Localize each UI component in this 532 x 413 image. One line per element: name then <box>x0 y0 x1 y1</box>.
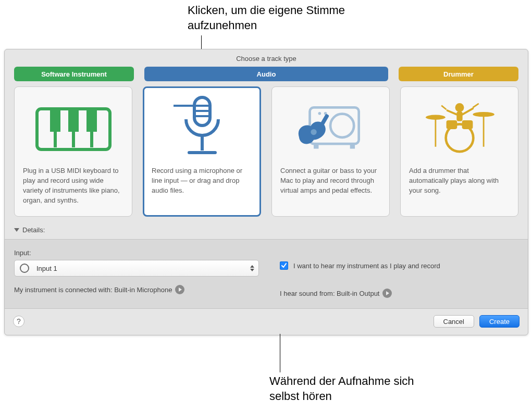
annotation-top: Klicken, um die eigene Stimme aufzunehme… <box>188 3 396 33</box>
card-row: Plug in a USB MIDI keyboard to play and … <box>5 81 528 224</box>
guitar-amp-icon <box>289 94 373 162</box>
output-arrow-icon[interactable] <box>382 289 392 298</box>
create-button[interactable]: Create <box>479 315 519 328</box>
card-guitar-desc: Connect a guitar or bass to your Mac to … <box>280 166 381 196</box>
svg-rect-5 <box>68 110 79 132</box>
monitoring-label: I want to hear my instrument as I play a… <box>293 262 440 270</box>
keyboard-icon <box>32 94 115 162</box>
svg-rect-18 <box>350 145 354 149</box>
svg-rect-26 <box>446 120 457 129</box>
help-button[interactable]: ? <box>13 316 24 327</box>
tab-drummer[interactable]: Drummer <box>399 67 518 81</box>
annotation-line-bottom <box>280 334 280 372</box>
details-left: Input: Input 1 My instrument is connecte… <box>14 249 259 298</box>
tab-audio[interactable]: Audio <box>144 67 388 81</box>
output-row: I hear sound from: Built-in Output <box>280 289 518 298</box>
mono-input-icon <box>20 264 29 273</box>
microphone-icon <box>160 94 244 162</box>
svg-rect-4 <box>50 110 60 132</box>
tab-row: Software Instrument Audio Drummer <box>5 67 528 81</box>
svg-rect-29 <box>456 111 462 121</box>
details-label: Details: <box>22 226 45 234</box>
drummer-icon <box>418 94 501 162</box>
svg-line-33 <box>473 104 478 108</box>
track-type-dialog: Choose a track type Software Instrument … <box>4 49 528 335</box>
svg-line-30 <box>447 110 456 115</box>
svg-rect-6 <box>86 110 97 132</box>
card-software-desc: Plug in a USB MIDI keyboard to play and … <box>23 166 123 205</box>
svg-line-32 <box>441 106 446 110</box>
details-panel: Input: Input 1 My instrument is connecte… <box>5 239 528 309</box>
annotation-bottom-text: Während der Aufnahme sich selbst hören <box>269 374 414 403</box>
instrument-connection-arrow-icon[interactable] <box>175 285 184 294</box>
monitoring-checkbox-row: I want to hear my instrument as I play a… <box>280 261 518 270</box>
details-toggle[interactable]: Details: <box>5 224 528 239</box>
svg-rect-17 <box>314 145 318 149</box>
card-software-instrument[interactable]: Plug in a USB MIDI keyboard to play and … <box>14 86 132 217</box>
annotation-top-text: Klicken, um die eigene Stimme aufzunehme… <box>188 4 345 32</box>
card-microphone-desc: Record using a microphone or line input … <box>152 166 252 196</box>
monitoring-checkbox[interactable] <box>280 261 288 270</box>
card-microphone[interactable]: Record using a microphone or line input … <box>143 86 261 217</box>
input-value: Input 1 <box>36 265 57 272</box>
button-bar: ? Cancel Create <box>5 309 528 335</box>
instrument-connection-row: My instrument is connected with: Built-i… <box>14 285 259 294</box>
input-label: Input: <box>14 249 259 257</box>
check-icon <box>281 262 287 269</box>
select-arrows-icon <box>250 265 254 271</box>
chevron-down-icon <box>14 228 19 232</box>
svg-point-15 <box>318 112 321 115</box>
svg-point-14 <box>330 114 354 137</box>
card-drummer-desc: Add a drummer that automatically plays a… <box>409 166 510 196</box>
svg-point-28 <box>455 103 464 112</box>
svg-line-31 <box>462 108 473 114</box>
tab-software-instrument[interactable]: Software Instrument <box>14 67 134 81</box>
card-drummer[interactable]: Add a drummer that automatically plays a… <box>400 86 518 217</box>
instrument-connection-text: My instrument is connected with: Built-i… <box>14 286 172 294</box>
annotation-bottom: Während der Aufnahme sich selbst hören <box>269 374 436 404</box>
cancel-button[interactable]: Cancel <box>434 315 474 328</box>
svg-point-19 <box>311 129 316 135</box>
dialog-title: Choose a track type <box>5 49 528 67</box>
output-text: I hear sound from: Built-in Output <box>280 290 379 297</box>
input-select[interactable]: Input 1 <box>14 260 259 277</box>
details-right: I want to hear my instrument as I play a… <box>280 249 518 298</box>
svg-rect-27 <box>462 120 473 129</box>
card-guitar[interactable]: Connect a guitar or bass to your Mac to … <box>271 86 390 217</box>
